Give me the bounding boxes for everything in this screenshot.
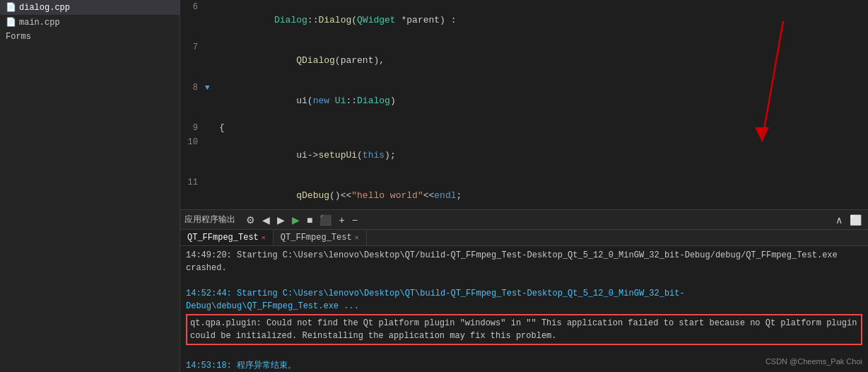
toolbar-stop-btn[interactable]: ■ xyxy=(305,215,315,225)
toolbar-settings-btn[interactable]: ⚙ xyxy=(244,215,257,225)
output-line-1: 14:49:20: Starting C:\Users\lenovo\Deskt… xyxy=(186,249,862,262)
toolbar-run-btn[interactable]: ▶ xyxy=(290,215,302,225)
output-panel: 应用程序输出 ⚙ ◀ ▶ ▶ ■ ⬛ + − ∧ ⬜ QT_FFmpeg_Tes… xyxy=(180,209,868,372)
output-error-box: qt.qpa.plugin: Could not find the Qt pla… xyxy=(186,314,862,345)
output-line-blank-1 xyxy=(186,274,862,287)
code-line-11: 11 qDebug()<<"hello world"<<endl; xyxy=(180,175,868,209)
tab-close-icon-1[interactable]: ✕ xyxy=(262,233,266,242)
toolbar-debug-btn[interactable]: ⬛ xyxy=(317,215,334,225)
code-line-10: 10 ui->setupUi(this); xyxy=(180,135,868,175)
code-line-9: 9 { xyxy=(180,121,868,135)
toolbar-collapse-btn[interactable]: ∧ xyxy=(833,215,845,225)
code-line-6: 6 Dialog::Dialog(QWidget *parent) : xyxy=(180,0,868,40)
output-tab-1[interactable]: QT_FFmpeg_Test ✕ xyxy=(180,230,274,245)
sidebar: 📄 dialog.cpp 📄 main.cpp Forms xyxy=(0,0,180,372)
output-tab-2[interactable]: QT_FFmpeg_Test ✕ xyxy=(274,230,367,245)
main-area: 6 Dialog::Dialog(QWidget *parent) : 7 QD… xyxy=(180,0,868,372)
output-line-3: 14:52:44: Starting C:\Users\lenovo\Deskt… xyxy=(186,287,862,300)
code-lines: 6 Dialog::Dialog(QWidget *parent) : 7 QD… xyxy=(180,0,868,209)
file-icon: 📄 xyxy=(6,2,16,13)
watermark: CSDN @Cheems_Pak Choi xyxy=(766,355,862,368)
code-line-7: 7 QDialog(parent), xyxy=(180,40,868,81)
output-line-5: 14:53:18: 程序异常结束。 xyxy=(186,359,862,372)
sidebar-item-dialog-cpp[interactable]: 📄 dialog.cpp xyxy=(0,0,180,15)
toolbar-prev-btn[interactable]: ◀ xyxy=(260,215,272,225)
output-line-2: crashed. xyxy=(186,262,862,274)
toolbar-remove-btn[interactable]: − xyxy=(350,215,360,225)
output-panel-title: 应用程序输出 xyxy=(184,214,235,226)
file-icon: 📄 xyxy=(6,17,16,28)
toolbar-next-btn[interactable]: ▶ xyxy=(275,215,287,225)
toolbar-float-btn[interactable]: ⬜ xyxy=(848,215,864,225)
output-line-blank-2 xyxy=(186,347,862,359)
tab-close-icon-2[interactable]: ✕ xyxy=(355,233,359,242)
sidebar-item-main-cpp[interactable]: 📄 main.cpp xyxy=(0,15,180,30)
code-line-8: 8 ▼ ui(new Ui::Dialog) xyxy=(180,81,868,121)
toolbar-add-btn[interactable]: + xyxy=(336,215,346,225)
output-line-4: Debug\debug\QT_FFmpeg_Test.exe ... xyxy=(186,300,862,313)
code-editor[interactable]: 6 Dialog::Dialog(QWidget *parent) : 7 QD… xyxy=(180,0,868,209)
output-content[interactable]: 14:49:20: Starting C:\Users\lenovo\Deskt… xyxy=(180,246,868,372)
output-tabs: QT_FFmpeg_Test ✕ QT_FFmpeg_Test ✕ xyxy=(180,230,868,246)
sidebar-item-forms[interactable]: Forms xyxy=(0,30,180,44)
output-toolbar: 应用程序输出 ⚙ ◀ ▶ ▶ ■ ⬛ + − ∧ ⬜ xyxy=(180,210,868,230)
